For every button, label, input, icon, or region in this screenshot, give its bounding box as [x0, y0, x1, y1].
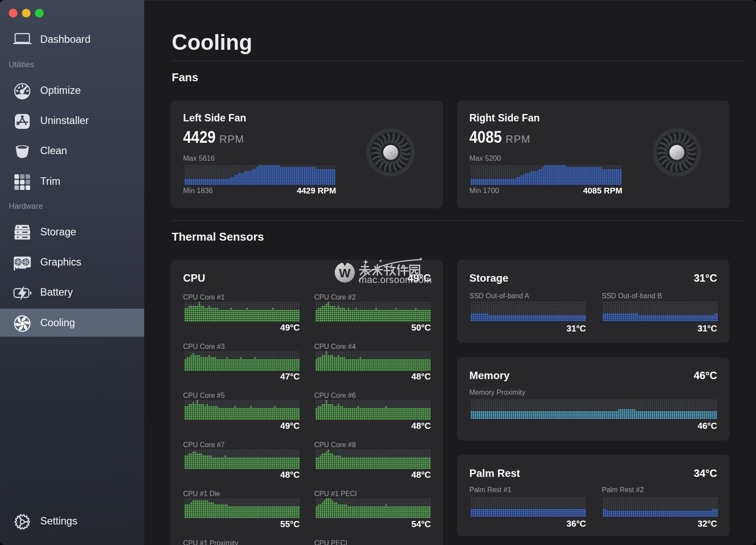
svg-text:mac.orsoon.com: mac.orsoon.com — [359, 274, 432, 285]
svg-text:W: W — [339, 266, 351, 280]
